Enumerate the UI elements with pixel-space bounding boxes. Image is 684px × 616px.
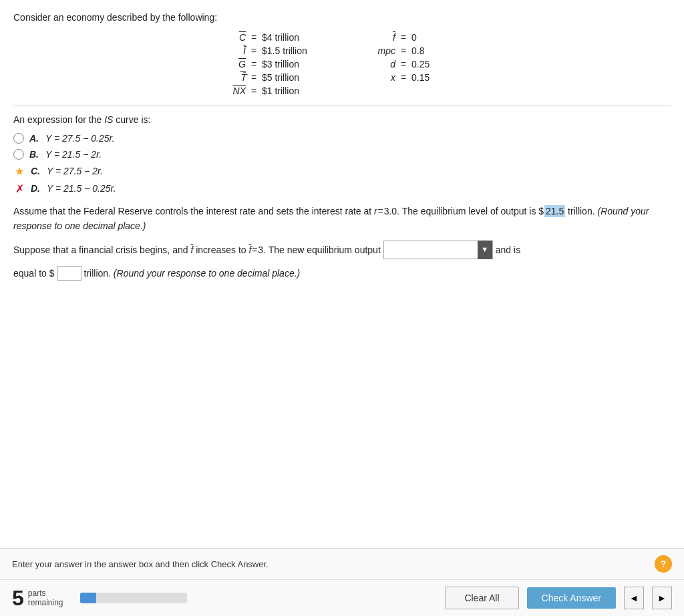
param-name-mpc: mpc — [369, 45, 395, 56]
param-name-I: Ī — [219, 45, 246, 56]
param-name-f: f — [369, 32, 395, 43]
star-icon-C: ★ — [13, 165, 25, 177]
section1-title: An expression for the IS curve is: — [13, 114, 671, 125]
option-item-D[interactable]: ✗ D. Y = 21.5 − 0.25r. — [13, 182, 671, 194]
option-item-B[interactable]: B. Y = 21.5 − 2r. — [13, 149, 671, 160]
parts-number: 5 — [12, 587, 24, 609]
check-answer-button[interactable]: Check Answer — [527, 587, 616, 609]
param-eq-d: = — [399, 59, 407, 69]
params-table: C = $4 trillion Ī = $1.5 trillion G = $3… — [13, 32, 671, 96]
param-eq-x: = — [399, 72, 407, 83]
option-label-D: D. — [31, 183, 40, 194]
q3-answer-input[interactable] — [57, 266, 81, 281]
param-eq-I: = — [250, 45, 258, 56]
main-content: Consider an economy described by the fol… — [0, 0, 684, 548]
option-item-A[interactable]: A. Y = 27.5 − 0.25r. — [13, 133, 671, 144]
option-text-C: Y = 27.5 − 2r. — [47, 166, 103, 176]
param-name-d: d — [369, 59, 395, 69]
bottom-bar: Enter your answer in the answer box and … — [0, 548, 684, 616]
param-name-C: C — [219, 32, 246, 43]
param-val-G: $3 trillion — [262, 59, 315, 69]
next-button[interactable]: ► — [652, 587, 672, 609]
option-label-B: B. — [29, 149, 39, 160]
option-text-B: Y = 21.5 − 2r. — [45, 149, 102, 160]
intro-text: Consider an economy described by the fol… — [13, 12, 671, 23]
action-row: 5 parts remaining Clear All Check Answer… — [0, 580, 684, 616]
q3-text-4: trillion. (Round your response to one de… — [84, 266, 301, 281]
param-val-f: 0 — [411, 32, 465, 43]
q3-text-2: and is — [496, 243, 520, 257]
param-val-C: $4 trillion — [262, 32, 315, 43]
q2-answer-highlight: 21.5 — [544, 205, 565, 217]
q3-dropdown-wrapper[interactable]: decreases increases stays the same ▼ — [383, 241, 493, 259]
divider-1 — [13, 106, 671, 106]
x-icon-D: ✗ — [13, 182, 25, 194]
parts-info: 5 parts remaining — [12, 587, 72, 609]
param-name-x: x — [369, 72, 395, 83]
param-eq-NX: = — [250, 86, 258, 96]
params-col-right: f = 0 mpc = 0.8 d = 0.25 x = 0.15 — [369, 32, 465, 96]
param-val-NX: $1 trillion — [262, 86, 315, 96]
hint-text: Enter your answer in the answer box and … — [12, 559, 269, 569]
param-val-d: 0.25 — [411, 59, 465, 69]
param-val-mpc: 0.8 — [411, 45, 465, 56]
q3-dropdown[interactable]: decreases increases stays the same — [384, 241, 478, 259]
dropdown-arrow-icon: ▼ — [478, 241, 492, 259]
option-label-C: C. — [31, 166, 40, 176]
param-name-G: G — [219, 59, 246, 69]
option-label-A: A. — [29, 133, 39, 144]
param-name-T: T̄ — [219, 72, 246, 83]
param-eq-C: = — [250, 32, 258, 43]
q3-text-3: equal to $ — [13, 266, 55, 281]
param-row-G: G = $3 trillion — [219, 59, 315, 69]
radio-A[interactable] — [13, 133, 24, 144]
radio-B[interactable] — [13, 149, 24, 160]
q2-paragraph: Assume that the Federal Reserve controls… — [13, 204, 671, 234]
q3-paragraph-2: equal to $ trillion. (Round your respons… — [13, 266, 671, 281]
param-val-I: $1.5 trillion — [262, 45, 315, 56]
option-item-C[interactable]: ★ C. Y = 27.5 − 2r. — [13, 165, 671, 177]
param-row-d: d = 0.25 — [369, 59, 465, 69]
option-text-A: Y = 27.5 − 0.25r. — [45, 133, 115, 144]
param-val-x: 0.15 — [411, 72, 465, 83]
help-button[interactable]: ? — [655, 555, 672, 573]
q3-paragraph: Suppose that a financial crisis begins, … — [13, 241, 671, 259]
param-val-T: $5 trillion — [262, 72, 315, 83]
param-row-x: x = 0.15 — [369, 72, 465, 83]
param-eq-mpc: = — [399, 45, 407, 56]
option-text-D: Y = 21.5 − 0.25r. — [47, 183, 116, 194]
params-col-left: C = $4 trillion Ī = $1.5 trillion G = $3… — [219, 32, 315, 96]
parts-label-line2: remaining — [28, 598, 63, 607]
param-row-mpc: mpc = 0.8 — [369, 45, 465, 56]
param-eq-T: = — [250, 72, 258, 83]
param-eq-G: = — [250, 59, 258, 69]
param-row-C: C = $4 trillion — [219, 32, 315, 43]
param-row-I: Ī = $1.5 trillion — [219, 45, 315, 56]
parts-label-line1: parts — [28, 589, 63, 598]
q3-text-1: Suppose that a financial crisis begins, … — [13, 243, 381, 257]
param-row-T: T̄ = $5 trillion — [219, 72, 315, 83]
progress-bar-track — [80, 593, 187, 603]
options-list: A. Y = 27.5 − 0.25r. B. Y = 21.5 − 2r. ★… — [13, 133, 671, 194]
param-row-f: f = 0 — [369, 32, 465, 43]
prev-button[interactable]: ◄ — [624, 587, 644, 609]
progress-bar-fill — [80, 593, 96, 603]
clear-all-button[interactable]: Clear All — [445, 587, 518, 609]
param-name-NX: NX — [219, 86, 246, 96]
hint-row: Enter your answer in the answer box and … — [0, 549, 684, 580]
param-row-NX: NX = $1 trillion — [219, 86, 315, 96]
param-eq-f: = — [399, 32, 407, 43]
